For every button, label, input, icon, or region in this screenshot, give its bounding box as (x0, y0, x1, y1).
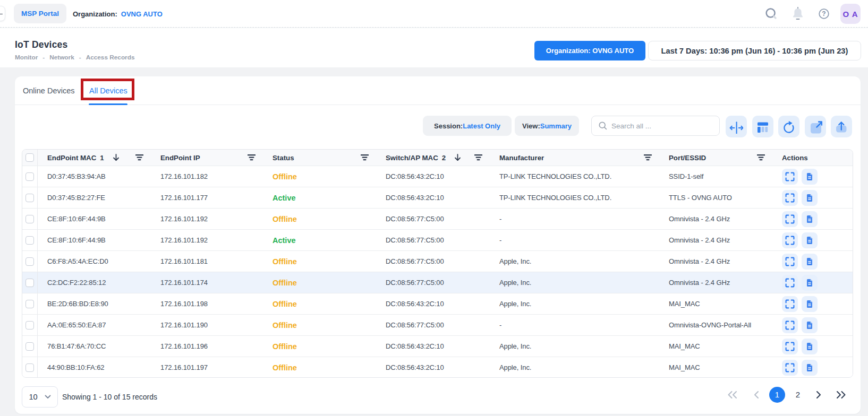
row-details-button[interactable] (802, 360, 818, 376)
row-checkbox[interactable] (25, 257, 34, 266)
search-input[interactable] (611, 122, 707, 130)
open-in-new-button[interactable] (805, 116, 826, 137)
cell-text: BE:2D:6B:BD:E8:90 (47, 300, 108, 308)
cell-endpoint-ip: 172.16.101.197 (151, 357, 263, 378)
sort-descending-icon[interactable] (113, 154, 120, 161)
column-header-actions[interactable]: Actions (772, 150, 853, 166)
bell-icon[interactable] (792, 7, 804, 21)
cell-endpoint-ip: 172.16.101.192 (151, 230, 263, 250)
table-row[interactable]: 76:B1:47:6A:70:CC172.16.101.196OfflineDC… (22, 335, 853, 357)
pagination-page-2[interactable]: 2 (794, 386, 802, 403)
row-expand-button[interactable] (782, 190, 798, 206)
row-expand-button[interactable] (782, 169, 798, 185)
row-checkbox[interactable] (25, 236, 34, 245)
row-details-button[interactable] (802, 275, 818, 291)
column-header-endpoint-mac[interactable]: EndPoint MAC1 (38, 150, 151, 166)
pagination-page-1[interactable]: 1 (769, 387, 785, 403)
row-details-button[interactable] (802, 296, 818, 312)
table-row[interactable]: BE:2D:6B:BD:E8:90172.16.101.198OfflineDC… (22, 293, 853, 314)
row-details-button[interactable] (802, 190, 818, 206)
breadcrumb-item[interactable]: Network (49, 54, 74, 61)
row-details-button[interactable] (802, 211, 818, 227)
row-checkbox[interactable] (25, 279, 34, 287)
table-row[interactable]: D0:37:45:B2:27:FE172.16.101.177ActiveDC:… (22, 187, 853, 208)
filter-icon[interactable] (248, 154, 256, 161)
row-details-button[interactable] (802, 317, 818, 333)
row-details-button[interactable] (802, 254, 818, 270)
row-checkbox[interactable] (25, 215, 34, 223)
table-row[interactable]: C2:DC:F2:22:85:12172.16.101.174OfflineDC… (22, 272, 853, 293)
row-checkbox-cell (22, 209, 38, 229)
filter-icon[interactable] (361, 154, 369, 161)
row-checkbox[interactable] (25, 194, 34, 202)
row-details-button[interactable] (802, 339, 818, 354)
help-icon[interactable]: ? (819, 8, 829, 19)
column-header-status[interactable]: Status (263, 150, 376, 166)
cell-text: SSID-1-self (669, 172, 703, 180)
organization-filter-button[interactable]: Organization: OVNG AUTO (534, 41, 645, 60)
sidebar-collapse-button[interactable] (0, 6, 5, 21)
page-size-select[interactable]: 10 (22, 386, 58, 408)
pagination-first-button[interactable] (726, 386, 739, 403)
row-expand-button[interactable] (782, 211, 798, 227)
refresh-button[interactable] (778, 116, 799, 137)
filter-icon[interactable] (474, 154, 482, 161)
table-row[interactable]: CE:8F:10:6F:44:9B172.16.101.192ActiveDC:… (22, 229, 853, 250)
cell-text: Active (273, 194, 296, 202)
row-checkbox[interactable] (25, 172, 34, 181)
table-row[interactable]: AA:0E:65:50:EA:87172.16.101.190OfflineDC… (22, 314, 853, 335)
table-row[interactable]: CE:8F:10:6F:44:9B172.16.101.192OfflineDC… (22, 208, 853, 229)
column-label: Port/ESSID (669, 154, 706, 162)
row-details-button[interactable] (802, 232, 818, 248)
filter-icon[interactable] (757, 154, 765, 161)
row-expand-button[interactable] (782, 296, 798, 312)
view-filter-pill[interactable]: View:Summary (515, 116, 579, 136)
search-icon[interactable] (765, 8, 777, 20)
pagination-next-button[interactable] (815, 386, 822, 403)
row-checkbox[interactable] (25, 321, 34, 330)
table-row[interactable]: C6:F8:A5:4A:EC:D0172.16.101.181OfflineDC… (22, 250, 853, 272)
user-avatar[interactable]: O A (840, 4, 861, 24)
row-expand-button[interactable] (782, 275, 798, 291)
header-checkbox-cell (22, 150, 38, 166)
pagination-last-button[interactable] (834, 386, 848, 403)
row-expand-button[interactable] (782, 254, 798, 270)
row-expand-button[interactable] (782, 232, 798, 248)
select-all-checkbox[interactable] (25, 153, 34, 162)
row-checkbox-cell (22, 230, 38, 250)
row-expand-button[interactable] (782, 317, 798, 333)
date-range-button[interactable]: Last 7 Days: 10:36 pm (Jun 16) - 10:36 p… (648, 41, 861, 60)
columns-button[interactable] (752, 116, 773, 137)
breadcrumb-item[interactable]: Monitor (15, 54, 38, 61)
document-icon (805, 363, 814, 372)
organization-value-link[interactable]: OVNG AUTO (121, 10, 163, 18)
row-checkbox[interactable] (25, 363, 34, 372)
column-header-manufacturer[interactable]: Manufacturer (490, 150, 659, 166)
records-summary: Showing 1 - 10 of 15 records (62, 386, 157, 408)
cell-endpoint-mac: D0:37:45:B2:27:FE (38, 187, 151, 208)
column-header-switch-ap-mac[interactable]: Switch/AP MAC2 (376, 150, 490, 166)
pagination-prev-button[interactable] (753, 386, 760, 403)
session-filter-pill[interactable]: Session:Latest Only (423, 116, 512, 136)
row-expand-button[interactable] (782, 360, 798, 376)
row-details-button[interactable] (802, 169, 818, 185)
table-row[interactable]: D0:37:45:B3:94:AB172.16.101.182OfflineDC… (22, 166, 853, 187)
upload-button[interactable] (831, 116, 852, 137)
filter-icon[interactable] (644, 154, 652, 161)
filter-icon[interactable] (135, 154, 143, 161)
breadcrumb-item[interactable]: Access Records (86, 54, 135, 61)
msp-portal-button[interactable]: MSP Portal (14, 4, 66, 23)
row-checkbox[interactable] (25, 300, 34, 308)
column-label: Manufacturer (499, 154, 544, 162)
top-navigation-bar: MSP Portal Organization: OVNG AUTO ? O A (0, 0, 868, 28)
row-expand-button[interactable] (782, 339, 798, 354)
column-header-port-essid[interactable]: Port/ESSID (659, 150, 772, 166)
column-header-endpoint-ip[interactable]: EndPoint IP (151, 150, 263, 166)
table-row[interactable]: 44:90:BB:10:FA:62172.16.101.197OfflineDC… (22, 357, 853, 378)
sort-descending-icon[interactable] (454, 154, 461, 161)
fit-columns-button[interactable] (726, 116, 747, 137)
cell-endpoint-ip: 172.16.101.190 (151, 315, 263, 335)
tab-online-devices[interactable]: Online Devices (23, 76, 75, 105)
row-checkbox[interactable] (25, 342, 34, 351)
cell-endpoint-mac: C2:DC:F2:22:85:12 (38, 272, 151, 293)
